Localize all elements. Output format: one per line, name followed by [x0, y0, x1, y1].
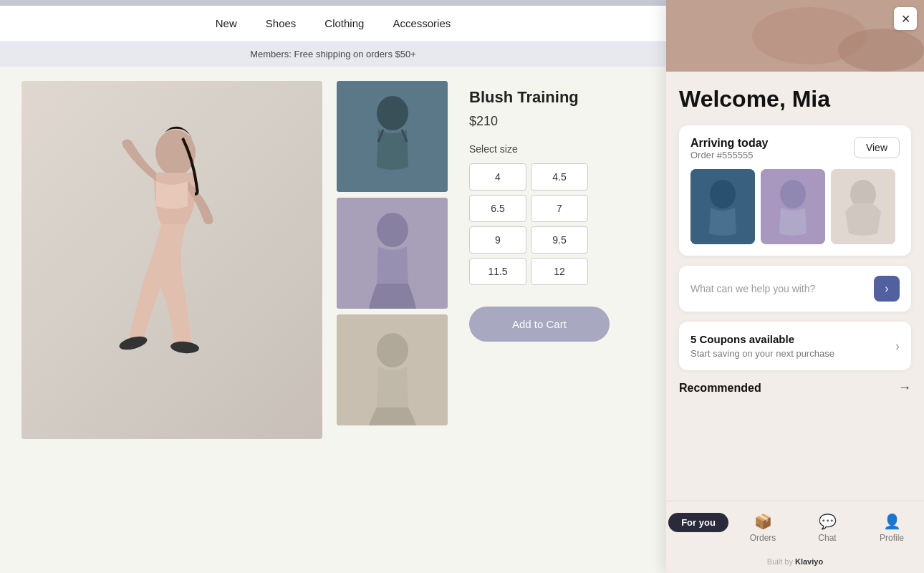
close-button[interactable]: ✕	[894, 7, 917, 30]
size-label: Select size	[469, 143, 610, 155]
coupons-card[interactable]: 5 Coupons available Start saving on your…	[679, 322, 911, 370]
nav-shoes[interactable]: Shoes	[266, 17, 297, 29]
recommended-header: Recommended →	[679, 380, 911, 395]
chat-icon: 💬	[819, 513, 837, 530]
klaviyo-footer: Built by Klaviyo	[666, 553, 924, 573]
profile-icon: 👤	[883, 513, 901, 530]
orders-icon: 📦	[754, 513, 772, 530]
order-img1-svg	[690, 169, 755, 244]
klaviyo-built-by: Built by	[767, 557, 793, 566]
coupons-info: 5 Coupons available Start saving on your…	[690, 333, 834, 359]
svg-point-15	[710, 180, 736, 208]
thumbnail-2[interactable]	[337, 198, 448, 309]
panel-hero: ✕	[666, 0, 924, 72]
promo-bar: Members: Free shipping on orders $50+	[0, 42, 666, 67]
order-card-header: Arriving today Order #555555 View	[690, 137, 900, 160]
thumb2-svg	[337, 198, 448, 309]
orders-label: Orders	[750, 533, 776, 543]
size-7[interactable]: 7	[531, 195, 588, 222]
tab-orders[interactable]: 📦 Orders	[731, 509, 795, 547]
order-img2-svg	[761, 169, 825, 244]
recommended-arrow-icon[interactable]: →	[898, 380, 911, 395]
bottom-nav: For you 📦 Orders 💬 Chat 👤 Profile	[666, 501, 924, 553]
order-image-2	[761, 169, 825, 244]
size-grid: 4 4.5 6.5 7 9 9.5 11.5 12	[469, 163, 610, 285]
thumbnail-column	[337, 81, 448, 439]
size-11-5[interactable]: 11.5	[469, 258, 526, 285]
klaviyo-logo: Klaviyo	[795, 557, 823, 566]
main-nav: New Shoes Clothing Accessories	[0, 6, 666, 42]
nav-clothing[interactable]: Clothing	[324, 17, 364, 29]
chat-placeholder: What can we help you with?	[690, 283, 874, 294]
coupons-title: 5 Coupons available	[690, 333, 834, 345]
tab-profile[interactable]: 👤 Profile	[860, 509, 924, 547]
svg-point-17	[780, 180, 806, 208]
product-price: $210	[469, 114, 610, 129]
thumb1-svg	[337, 81, 448, 192]
thumbnail-3[interactable]	[337, 314, 448, 425]
size-4-5[interactable]: 4.5	[531, 163, 588, 191]
svg-point-8	[377, 213, 408, 247]
site-wrapper: New Shoes Clothing Accessories Members: …	[0, 0, 666, 573]
panel-content: Welcome, Mia Arriving today Order #55555…	[666, 72, 924, 501]
svg-point-13	[838, 29, 924, 72]
top-bar	[0, 0, 666, 6]
order-images	[690, 169, 900, 244]
product-title: Blush Training	[469, 88, 610, 107]
thumb3-svg	[337, 314, 448, 425]
thumbnail-1[interactable]	[337, 81, 448, 192]
product-area: Blush Training $210 Select size 4 4.5 6.…	[0, 67, 666, 453]
order-number: Order #555555	[690, 150, 768, 160]
arriving-title: Arriving today	[690, 137, 768, 150]
chat-label: Chat	[818, 533, 836, 543]
send-icon: ›	[885, 282, 888, 295]
view-order-button[interactable]: View	[854, 137, 900, 158]
size-4[interactable]: 4	[469, 163, 526, 191]
order-card-info: Arriving today Order #555555	[690, 137, 768, 160]
side-panel: ✕ Welcome, Mia Arriving today Order #555…	[666, 0, 924, 573]
order-img3-svg	[831, 169, 895, 244]
chat-input-area[interactable]: What can we help you with? ›	[679, 266, 911, 312]
profile-label: Profile	[880, 533, 904, 543]
size-9[interactable]: 9	[469, 226, 526, 254]
add-to-cart-button[interactable]: Add to Cart	[469, 307, 610, 342]
svg-point-10	[377, 333, 408, 367]
order-image-1	[690, 169, 755, 244]
close-icon: ✕	[901, 12, 910, 26]
order-image-3	[831, 169, 895, 244]
recommended-title: Recommended	[679, 382, 761, 395]
size-9-5[interactable]: 9.5	[531, 226, 588, 254]
svg-point-4	[377, 96, 408, 130]
for-you-pill: For you	[668, 513, 728, 532]
promo-text: Members: Free shipping on orders $50+	[250, 49, 416, 59]
size-12[interactable]: 12	[531, 258, 588, 285]
product-info: Blush Training $210 Select size 4 4.5 6.…	[462, 81, 610, 439]
coupons-subtitle: Start saving on your next purchase	[690, 348, 834, 359]
hero-svg	[666, 0, 924, 72]
size-6-5[interactable]: 6.5	[469, 195, 526, 222]
nav-new[interactable]: New	[216, 17, 237, 29]
coupons-chevron-icon: ›	[895, 339, 900, 354]
runner-svg	[72, 95, 272, 425]
chat-send-button[interactable]: ›	[874, 276, 900, 302]
panel-hero-image	[666, 0, 924, 72]
nav-accessories[interactable]: Accessories	[393, 17, 451, 29]
tab-chat[interactable]: 💬 Chat	[795, 509, 860, 547]
tab-for-you[interactable]: For you	[666, 509, 731, 547]
order-card: Arriving today Order #555555 View	[679, 125, 911, 256]
main-product-image	[21, 81, 322, 439]
welcome-title: Welcome, Mia	[679, 86, 911, 112]
main-image-placeholder	[21, 81, 322, 439]
